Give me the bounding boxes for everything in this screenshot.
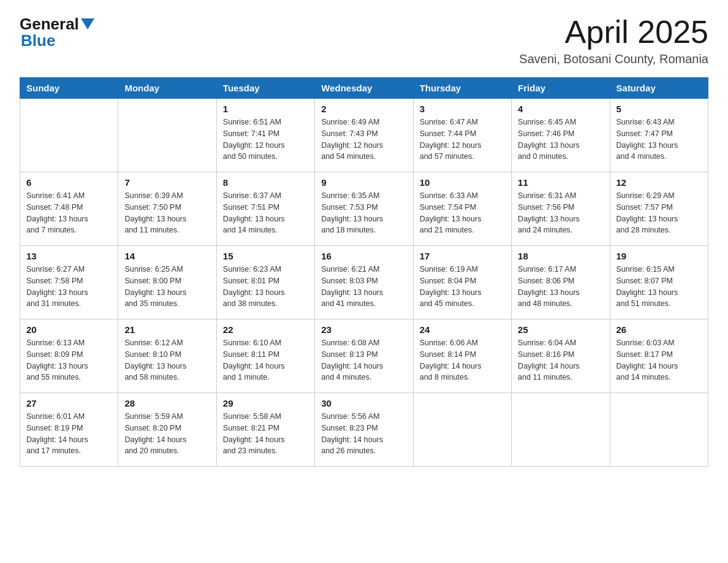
day-info: Sunrise: 6:43 AM Sunset: 7:47 PM Dayligh… [616,117,702,163]
day-number: 24 [420,324,505,335]
day-number: 8 [223,177,308,188]
day-number: 14 [124,251,210,261]
calendar-cell: 23Sunrise: 6:08 AM Sunset: 8:13 PM Dayli… [315,320,413,393]
day-number: 21 [124,324,210,335]
day-number: 17 [420,251,505,261]
day-number: 13 [26,251,112,261]
day-number: 23 [321,324,406,335]
day-info: Sunrise: 6:47 AM Sunset: 7:44 PM Dayligh… [420,117,505,163]
calendar-cell: 18Sunrise: 6:17 AM Sunset: 8:06 PM Dayli… [512,246,610,320]
calendar-cell: 6Sunrise: 6:41 AM Sunset: 7:48 PM Daylig… [20,172,118,246]
calendar-week-row: 27Sunrise: 6:01 AM Sunset: 8:19 PM Dayli… [20,393,708,467]
calendar-cell: 26Sunrise: 6:03 AM Sunset: 8:17 PM Dayli… [610,320,708,393]
day-info: Sunrise: 6:27 AM Sunset: 7:58 PM Dayligh… [26,264,112,310]
calendar-cell: 17Sunrise: 6:19 AM Sunset: 8:04 PM Dayli… [413,246,511,320]
calendar-cell: 30Sunrise: 5:56 AM Sunset: 8:23 PM Dayli… [315,393,413,467]
day-info: Sunrise: 6:39 AM Sunset: 7:50 PM Dayligh… [124,190,210,236]
calendar-cell: 19Sunrise: 6:15 AM Sunset: 8:07 PM Dayli… [610,246,708,320]
day-number: 6 [26,177,112,188]
day-info: Sunrise: 6:33 AM Sunset: 7:54 PM Dayligh… [420,190,505,236]
calendar-cell: 16Sunrise: 6:21 AM Sunset: 8:03 PM Dayli… [315,246,413,320]
calendar-week-row: 1Sunrise: 6:51 AM Sunset: 7:41 PM Daylig… [20,99,708,172]
calendar-cell: 1Sunrise: 6:51 AM Sunset: 7:41 PM Daylig… [216,99,314,172]
day-number: 11 [518,177,603,188]
day-number: 7 [124,177,210,188]
day-number: 2 [321,104,406,114]
day-number: 27 [26,398,112,408]
day-info: Sunrise: 6:51 AM Sunset: 7:41 PM Dayligh… [223,117,308,163]
day-info: Sunrise: 6:21 AM Sunset: 8:03 PM Dayligh… [321,264,406,310]
header-cell-saturday: Saturday [610,78,708,99]
page-header: General Blue April 2025 Saveni, Botosani… [20,15,708,66]
calendar-week-row: 13Sunrise: 6:27 AM Sunset: 7:58 PM Dayli… [20,246,708,320]
header-cell-tuesday: Tuesday [216,78,314,99]
calendar-cell: 5Sunrise: 6:43 AM Sunset: 7:47 PM Daylig… [610,99,708,172]
calendar-cell: 14Sunrise: 6:25 AM Sunset: 8:00 PM Dayli… [118,246,216,320]
calendar-cell: 27Sunrise: 6:01 AM Sunset: 8:19 PM Dayli… [20,393,118,467]
day-number: 3 [420,104,505,114]
calendar-cell: 7Sunrise: 6:39 AM Sunset: 7:50 PM Daylig… [118,172,216,246]
svg-marker-0 [81,18,94,29]
day-number: 9 [321,177,406,188]
day-info: Sunrise: 6:12 AM Sunset: 8:10 PM Dayligh… [124,337,210,383]
page-title: April 2025 [519,15,708,50]
header-cell-sunday: Sunday [20,78,118,99]
logo: General Blue [20,15,94,50]
day-info: Sunrise: 6:17 AM Sunset: 8:06 PM Dayligh… [518,264,603,310]
day-info: Sunrise: 5:58 AM Sunset: 8:21 PM Dayligh… [223,411,308,457]
logo-triangle-icon [81,18,94,29]
day-info: Sunrise: 6:41 AM Sunset: 7:48 PM Dayligh… [26,190,112,236]
calendar-cell: 9Sunrise: 6:35 AM Sunset: 7:53 PM Daylig… [315,172,413,246]
day-info: Sunrise: 6:03 AM Sunset: 8:17 PM Dayligh… [616,337,702,383]
calendar-cell [512,393,610,467]
header-row: SundayMondayTuesdayWednesdayThursdayFrid… [20,78,708,99]
day-number: 1 [223,104,308,114]
day-number: 4 [518,104,603,114]
day-info: Sunrise: 6:19 AM Sunset: 8:04 PM Dayligh… [420,264,505,310]
calendar-cell: 12Sunrise: 6:29 AM Sunset: 7:57 PM Dayli… [610,172,708,246]
day-info: Sunrise: 6:01 AM Sunset: 8:19 PM Dayligh… [26,411,112,457]
calendar-cell: 3Sunrise: 6:47 AM Sunset: 7:44 PM Daylig… [413,99,511,172]
day-number: 10 [420,177,505,188]
calendar-body: 1Sunrise: 6:51 AM Sunset: 7:41 PM Daylig… [20,99,708,467]
day-number: 18 [518,251,603,261]
day-info: Sunrise: 6:31 AM Sunset: 7:56 PM Dayligh… [518,190,603,236]
calendar-cell: 28Sunrise: 5:59 AM Sunset: 8:20 PM Dayli… [118,393,216,467]
header-cell-monday: Monday [118,78,216,99]
day-number: 5 [616,104,702,114]
day-info: Sunrise: 6:06 AM Sunset: 8:14 PM Dayligh… [420,337,505,383]
day-info: Sunrise: 6:45 AM Sunset: 7:46 PM Dayligh… [518,117,603,163]
page-subtitle: Saveni, Botosani County, Romania [519,52,708,66]
day-number: 25 [518,324,603,335]
day-info: Sunrise: 6:35 AM Sunset: 7:53 PM Dayligh… [321,190,406,236]
day-info: Sunrise: 6:25 AM Sunset: 8:00 PM Dayligh… [124,264,210,310]
calendar-cell: 4Sunrise: 6:45 AM Sunset: 7:46 PM Daylig… [512,99,610,172]
day-info: Sunrise: 6:08 AM Sunset: 8:13 PM Dayligh… [321,337,406,383]
calendar-cell: 24Sunrise: 6:06 AM Sunset: 8:14 PM Dayli… [413,320,511,393]
logo-blue: Blue [21,31,55,50]
calendar-week-row: 6Sunrise: 6:41 AM Sunset: 7:48 PM Daylig… [20,172,708,246]
calendar-header: SundayMondayTuesdayWednesdayThursdayFrid… [20,78,708,99]
day-number: 20 [26,324,112,335]
calendar-cell: 2Sunrise: 6:49 AM Sunset: 7:43 PM Daylig… [315,99,413,172]
header-cell-friday: Friday [512,78,610,99]
calendar-cell [118,99,216,172]
header-cell-thursday: Thursday [413,78,511,99]
calendar-cell: 29Sunrise: 5:58 AM Sunset: 8:21 PM Dayli… [216,393,314,467]
day-number: 28 [124,398,210,408]
calendar-cell: 21Sunrise: 6:12 AM Sunset: 8:10 PM Dayli… [118,320,216,393]
calendar-week-row: 20Sunrise: 6:13 AM Sunset: 8:09 PM Dayli… [20,320,708,393]
calendar-cell [20,99,118,172]
calendar-table: SundayMondayTuesdayWednesdayThursdayFrid… [20,77,708,467]
day-info: Sunrise: 6:13 AM Sunset: 8:09 PM Dayligh… [26,337,112,383]
day-info: Sunrise: 6:37 AM Sunset: 7:51 PM Dayligh… [223,190,308,236]
day-number: 12 [616,177,702,188]
day-info: Sunrise: 5:56 AM Sunset: 8:23 PM Dayligh… [321,411,406,457]
header-cell-wednesday: Wednesday [315,78,413,99]
calendar-cell: 22Sunrise: 6:10 AM Sunset: 8:11 PM Dayli… [216,320,314,393]
calendar-cell: 8Sunrise: 6:37 AM Sunset: 7:51 PM Daylig… [216,172,314,246]
day-number: 29 [223,398,308,408]
calendar-cell: 15Sunrise: 6:23 AM Sunset: 8:01 PM Dayli… [216,246,314,320]
calendar-cell: 13Sunrise: 6:27 AM Sunset: 7:58 PM Dayli… [20,246,118,320]
day-number: 15 [223,251,308,261]
